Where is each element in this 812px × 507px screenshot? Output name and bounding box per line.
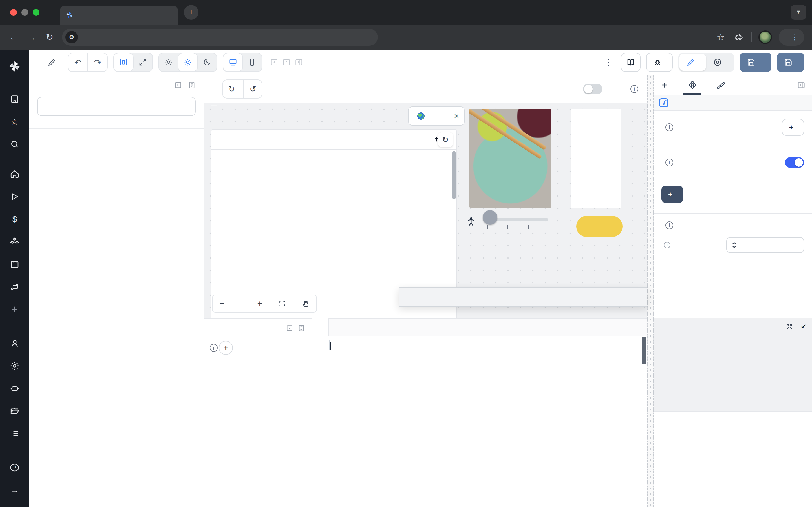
collapse-right-panel-icon[interactable] (797, 81, 805, 89)
hide-right-panel-icon[interactable] (295, 58, 303, 66)
center-layout-icon[interactable] (114, 53, 133, 71)
add-background-runnable-button[interactable]: + (219, 341, 233, 355)
search-icon[interactable] (5, 136, 24, 153)
refresh-components-button[interactable]: ↻ (223, 80, 243, 98)
clear-select-icon[interactable]: × (454, 111, 459, 121)
editor-tab-recompute[interactable] (312, 318, 329, 336)
variables-dollar-icon[interactable]: $ (5, 211, 24, 228)
refresh-history-button[interactable]: ↺ (244, 80, 262, 98)
table-refresh-icon[interactable]: ↻ (438, 132, 453, 147)
info-icon[interactable]: i (665, 123, 673, 131)
expand-layout-icon[interactable] (133, 53, 152, 71)
insert-component-tab[interactable] (660, 75, 669, 95)
draft-button[interactable] (740, 53, 771, 72)
info-icon[interactable]: i (665, 159, 673, 166)
info-icon[interactable]: i (665, 221, 673, 229)
person-icon (467, 217, 475, 226)
routes-icon[interactable] (5, 278, 24, 295)
forward-icon[interactable]: → (26, 32, 37, 43)
runs-play-icon[interactable] (5, 188, 24, 205)
hide-left-panel-icon[interactable] (270, 58, 278, 66)
zoom-in-icon[interactable]: + (257, 299, 262, 308)
hide-bar-toggle[interactable] (583, 83, 602, 94)
redo-icon[interactable]: ↷ (88, 53, 107, 71)
home-icon[interactable] (5, 166, 24, 182)
preview-tab[interactable] (706, 54, 733, 71)
dark-theme-icon[interactable] (197, 53, 216, 71)
edit-title-pencil-icon[interactable] (45, 55, 59, 69)
add-dependency-button[interactable]: + (661, 186, 683, 203)
outputs-search[interactable] (37, 97, 196, 116)
styling-brush-tab[interactable] (716, 75, 725, 95)
zoom-out-icon[interactable]: − (219, 298, 225, 309)
editor-body[interactable] (312, 336, 647, 507)
folder-open-icon[interactable] (5, 402, 24, 419)
doc-icon[interactable] (298, 325, 305, 332)
fit-view-icon[interactable] (278, 300, 286, 307)
profile-avatar[interactable] (758, 31, 772, 44)
favorites-star-icon[interactable]: ☆ (5, 113, 24, 130)
maximize-window-button[interactable] (33, 9, 40, 16)
windmill-logo[interactable] (5, 58, 24, 75)
on-success-select[interactable] (726, 237, 804, 253)
collapse-arrow-icon[interactable]: → (5, 482, 24, 499)
runnables-panel: i + (204, 319, 312, 507)
resources-boxes-icon[interactable] (5, 233, 24, 250)
collapse-runnables-icon[interactable] (286, 325, 293, 332)
cuisine-select[interactable]: × (408, 107, 465, 126)
info-icon[interactable]: i (630, 85, 638, 93)
settings-gear-icon[interactable] (5, 357, 24, 374)
editor-tab[interactable] (679, 54, 706, 71)
back-icon[interactable]: ← (8, 32, 19, 43)
collapse-panel-icon[interactable] (174, 81, 182, 89)
undo-icon[interactable]: ↶ (68, 53, 87, 71)
result-area (654, 411, 812, 507)
tab-search-button[interactable]: ▾ (791, 5, 806, 20)
reload-icon[interactable]: ↻ (44, 32, 55, 43)
help-icon[interactable]: ? (5, 459, 24, 476)
add-icon[interactable] (5, 301, 24, 318)
new-tab-button[interactable]: + (184, 5, 199, 20)
recipe-button[interactable] (576, 216, 622, 237)
doc-panel-icon[interactable] (188, 81, 196, 89)
more-options-kebab-icon[interactable]: ⋮ (602, 55, 615, 69)
add-transformer-button[interactable]: + (782, 119, 804, 136)
auto-scroll-checkbox[interactable]: ✔ (801, 323, 806, 331)
close-window-button[interactable] (10, 9, 17, 16)
info-icon[interactable]: i (210, 344, 218, 352)
robot-icon[interactable] (5, 380, 24, 397)
slider-handle[interactable] (483, 210, 497, 225)
browser-update-button[interactable]: ⋮ (779, 29, 804, 46)
hide-bottom-panel-icon[interactable] (283, 58, 290, 66)
url-field[interactable]: ⚙ (62, 29, 378, 46)
table-scrollbar[interactable] (452, 151, 456, 200)
extensions-icon[interactable] (733, 33, 744, 41)
info-icon[interactable]: i (664, 242, 670, 248)
user-icon[interactable] (5, 335, 24, 352)
search-input[interactable] (43, 102, 190, 111)
site-settings-icon[interactable]: ⚙ (65, 31, 78, 43)
canvas-header: ↻ ↺ i (204, 75, 647, 103)
schedules-calendar-icon[interactable] (5, 256, 24, 273)
expand-logs-icon[interactable] (786, 323, 793, 330)
mobile-icon[interactable] (243, 53, 262, 71)
pan-hand-icon[interactable] (302, 300, 310, 307)
run-on-start-toggle[interactable] (785, 157, 804, 168)
browser-menu-icon[interactable]: ⋮ (791, 33, 799, 42)
bookmark-star-icon[interactable]: ☆ (715, 32, 726, 43)
browser-tab[interactable] (60, 6, 178, 25)
workspace-icon[interactable] (5, 91, 24, 108)
panel-resize-gutter[interactable] (647, 75, 654, 507)
browser-tab-strip: + ▾ (0, 0, 812, 25)
deploy-button[interactable] (777, 53, 804, 72)
component-settings-tab[interactable] (688, 75, 697, 95)
docs-book-button[interactable] (621, 53, 641, 72)
list-icon[interactable] (5, 425, 24, 442)
traffic-lights[interactable] (10, 9, 40, 16)
light-theme-icon[interactable] (178, 53, 197, 71)
debug-runs-button[interactable] (646, 53, 673, 72)
minimize-window-button[interactable] (21, 9, 28, 16)
desktop-icon[interactable] (223, 53, 243, 71)
editor-scrollbar[interactable] (642, 337, 646, 364)
auto-theme-icon[interactable] (159, 53, 178, 71)
